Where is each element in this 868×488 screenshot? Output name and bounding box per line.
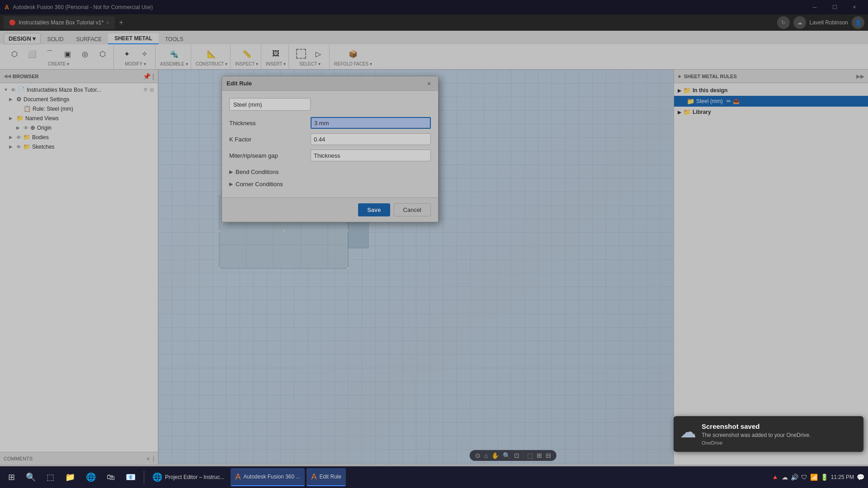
fusion-tab-label: Autodesk Fusion 360 ... [243, 474, 300, 480]
task-view-icon: ⬚ [47, 472, 54, 482]
store-icon: 🛍 [107, 473, 115, 482]
browser-taskbar-item[interactable]: 🌐 Project Editor – Instruc... [148, 468, 229, 486]
taskbar-network-icon[interactable]: 🔺 [771, 474, 779, 481]
taskbar-battery-icon[interactable]: 🔋 [821, 474, 828, 481]
time-display: 11:25 PM [831, 474, 854, 480]
file-explorer-button[interactable]: 📁 [61, 468, 80, 486]
taskbar-separator [144, 471, 144, 483]
taskbar-notification-icon[interactable]: 💬 [857, 474, 864, 481]
notification-app: OneDrive [702, 440, 857, 446]
edit-rule-icon: A [311, 472, 316, 482]
task-view-button[interactable]: ⬚ [42, 468, 59, 486]
browser-tab-label: Project Editor – Instruc... [165, 474, 224, 480]
taskbar-speaker-icon[interactable]: 🔊 [791, 474, 798, 481]
taskbar-security-icon[interactable]: 🛡 [801, 474, 807, 481]
edge-button[interactable]: 🌐 [81, 468, 100, 486]
edit-rule-taskbar-item[interactable]: A Edit Rule [307, 468, 346, 486]
taskbar-right: 🔺 ☁ 🔊 🛡 📶 🔋 11:25 PM 💬 [771, 474, 864, 481]
fusion-icon: A [235, 472, 241, 482]
mail-icon: 📧 [126, 472, 136, 482]
search-button[interactable]: 🔍 [21, 468, 40, 486]
taskbar-wifi-icon[interactable]: 📶 [810, 474, 818, 481]
taskbar-onedrive-icon[interactable]: ☁ [782, 474, 788, 481]
edit-rule-tab-label: Edit Rule [320, 474, 342, 480]
edge-icon: 🌐 [86, 472, 96, 482]
modal-overlay [0, 0, 868, 488]
onedrive-icon: ☁ [680, 422, 696, 441]
mail-button[interactable]: 📧 [121, 468, 140, 486]
screenshot-notification: ☁ Screenshot saved The screenshot was ad… [674, 416, 863, 452]
browser-icon: 🌐 [152, 472, 162, 482]
start-icon: ⊞ [8, 472, 15, 482]
store-button[interactable]: 🛍 [102, 468, 119, 486]
notification-description: The screenshot was added to your OneDriv… [702, 432, 857, 438]
notification-title: Screenshot saved [702, 422, 857, 430]
search-icon: 🔍 [26, 472, 36, 482]
taskbar-clock[interactable]: 11:25 PM [831, 474, 854, 480]
fusion-taskbar-item[interactable]: A Autodesk Fusion 360 ... [231, 468, 305, 486]
start-button[interactable]: ⊞ [4, 468, 19, 486]
file-explorer-icon: 📁 [65, 472, 75, 482]
notification-content: Screenshot saved The screenshot was adde… [702, 422, 857, 446]
windows-taskbar: ⊞ 🔍 ⬚ 📁 🌐 🛍 📧 🌐 Project Editor – Instruc… [0, 466, 868, 488]
